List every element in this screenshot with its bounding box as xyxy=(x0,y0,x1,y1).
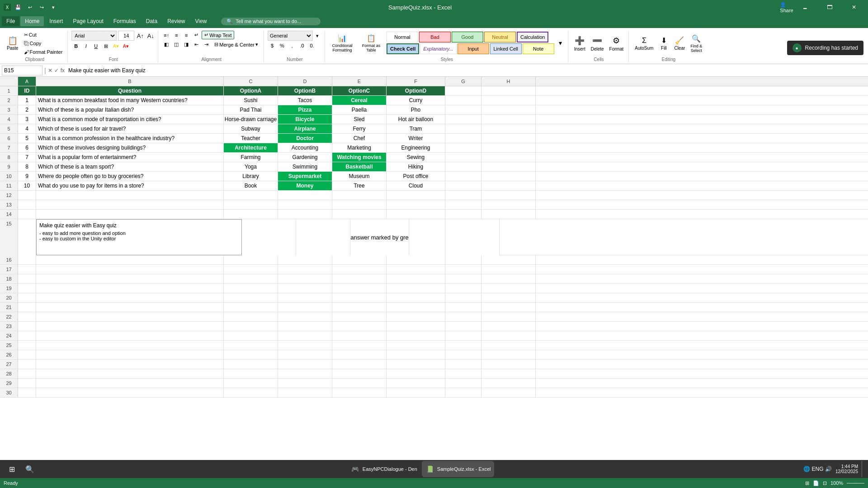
row-number-19[interactable]: 19 xyxy=(0,284,18,293)
cell-c1[interactable]: OptionA xyxy=(224,86,278,95)
cell-f20[interactable] xyxy=(387,293,445,302)
cell-a12[interactable] xyxy=(18,191,36,200)
cell-e15[interactable] xyxy=(296,219,350,255)
row-number-1[interactable]: 1 xyxy=(0,86,18,95)
cell-e26[interactable] xyxy=(332,350,387,359)
cell-a1[interactable]: ID xyxy=(18,86,36,95)
cell-a11[interactable]: 10 xyxy=(18,181,36,190)
cell-a17[interactable] xyxy=(18,265,36,274)
autosum-button[interactable]: Σ AutoSum xyxy=(632,31,656,56)
cell-c14[interactable] xyxy=(224,210,278,219)
cell-b30[interactable] xyxy=(36,388,224,397)
cell-g1[interactable] xyxy=(445,86,481,95)
cell-e24[interactable] xyxy=(332,331,387,340)
cell-c18[interactable] xyxy=(224,274,278,283)
cell-h8[interactable] xyxy=(481,153,536,162)
menu-insert[interactable]: Insert xyxy=(45,16,67,26)
cell-a26[interactable] xyxy=(18,350,36,359)
cell-f25[interactable] xyxy=(387,341,445,350)
cell-f10[interactable]: Post office xyxy=(387,172,445,181)
cell-b13[interactable] xyxy=(36,200,224,209)
cell-h2[interactable] xyxy=(481,96,536,105)
col-header-d[interactable]: D xyxy=(278,77,332,86)
cell-g13[interactable] xyxy=(445,200,481,209)
cell-h26[interactable] xyxy=(481,350,536,359)
cell-g20[interactable] xyxy=(445,293,481,302)
cell-b29[interactable] xyxy=(36,379,224,388)
cell-a10[interactable]: 9 xyxy=(18,172,36,181)
confirm-formula-icon[interactable]: ✓ xyxy=(54,67,59,74)
cell-c26[interactable] xyxy=(224,350,278,359)
menu-data[interactable]: Data xyxy=(142,16,162,26)
cell-b4[interactable]: What is a common mode of transportation … xyxy=(36,115,224,124)
minimize-btn[interactable]: 🗕 xyxy=(795,0,816,14)
cell-e3[interactable]: Paella xyxy=(332,105,387,114)
cell-f3[interactable]: Pho xyxy=(387,105,445,114)
col-header-a[interactable]: A xyxy=(18,77,36,86)
cell-h5[interactable] xyxy=(481,124,536,133)
cell-f1[interactable]: OptionD xyxy=(387,86,445,95)
cell-d4[interactable]: Bicycle xyxy=(278,115,332,124)
currency-btn[interactable]: $ xyxy=(268,42,277,50)
style-bad-box[interactable]: Bad xyxy=(419,32,451,42)
cell-b20[interactable] xyxy=(36,293,224,302)
cell-f13[interactable] xyxy=(387,200,445,209)
cell-a27[interactable] xyxy=(18,360,36,369)
cell-e28[interactable] xyxy=(332,369,387,378)
cell-e4[interactable]: Sled xyxy=(332,115,387,124)
cell-c17[interactable] xyxy=(224,265,278,274)
cell-b8[interactable]: What is a popular form of entertainment? xyxy=(36,153,224,162)
cell-d11[interactable]: Money xyxy=(278,181,332,190)
row-number-6[interactable]: 6 xyxy=(0,134,18,143)
row-number-8[interactable]: 8 xyxy=(0,153,18,162)
cell-h22[interactable] xyxy=(481,312,536,321)
cell-h9[interactable] xyxy=(481,162,536,171)
style-input-box[interactable]: Input xyxy=(458,43,489,54)
row-number-4[interactable]: 4 xyxy=(0,115,18,124)
cell-f9[interactable]: Hiking xyxy=(387,162,445,171)
taskbar-app-excel[interactable]: 📗 SampleQuiz.xlsx - Excel xyxy=(422,461,495,477)
border-btn[interactable]: ⊞ xyxy=(101,42,110,50)
row-number-12[interactable]: 12 xyxy=(0,191,18,200)
fill-color-btn[interactable]: A▾ xyxy=(111,42,120,50)
start-btn[interactable]: ⊞ xyxy=(4,461,20,477)
cell-b26[interactable] xyxy=(36,350,224,359)
format-button[interactable]: ⚙ Format xyxy=(607,31,626,56)
cell-a14[interactable] xyxy=(18,210,36,219)
cell-e7[interactable]: Marketing xyxy=(332,143,387,152)
row-number-14[interactable]: 14 xyxy=(0,210,18,219)
cell-e30[interactable] xyxy=(332,388,387,397)
cell-d5[interactable]: Airplane xyxy=(278,124,332,133)
cell-h14[interactable] xyxy=(481,210,536,219)
cell-e21[interactable] xyxy=(332,303,387,312)
cell-g12[interactable] xyxy=(445,191,481,200)
cell-d15[interactable] xyxy=(242,219,296,255)
insert-button[interactable]: ➕ Insert xyxy=(572,31,588,56)
cell-e27[interactable] xyxy=(332,360,387,369)
cell-d22[interactable] xyxy=(278,312,332,321)
cell-b16[interactable] xyxy=(36,255,224,264)
row-number-15[interactable]: 15 xyxy=(0,219,18,255)
style-normal-box[interactable]: Normal xyxy=(387,32,418,42)
cell-a2[interactable]: 1 xyxy=(18,96,36,105)
cell-g6[interactable] xyxy=(445,134,481,143)
cell-c27[interactable] xyxy=(224,360,278,369)
cell-a23[interactable] xyxy=(18,322,36,331)
cell-b24[interactable] xyxy=(36,331,224,340)
cell-b18[interactable] xyxy=(36,274,224,283)
cell-e18[interactable] xyxy=(332,274,387,283)
cell-b27[interactable] xyxy=(36,360,224,369)
cell-e25[interactable] xyxy=(332,341,387,350)
cell-d12[interactable] xyxy=(278,191,332,200)
cell-g24[interactable] xyxy=(445,331,481,340)
align-top-right-btn[interactable]: ≡ xyxy=(182,31,191,39)
taskbar-app-easynpc[interactable]: 🎮 EasyNPCDialogue - Den xyxy=(347,461,421,477)
formula-input[interactable] xyxy=(66,67,866,74)
menu-file[interactable]: File xyxy=(2,16,19,26)
row-number-21[interactable]: 21 xyxy=(0,303,18,312)
col-header-h[interactable]: H xyxy=(481,77,536,86)
font-color-btn[interactable]: A▾ xyxy=(121,42,130,50)
align-top-center-btn[interactable]: ≡ xyxy=(172,31,181,39)
cell-c2[interactable]: Sushi xyxy=(224,96,278,105)
cell-c13[interactable] xyxy=(224,200,278,209)
